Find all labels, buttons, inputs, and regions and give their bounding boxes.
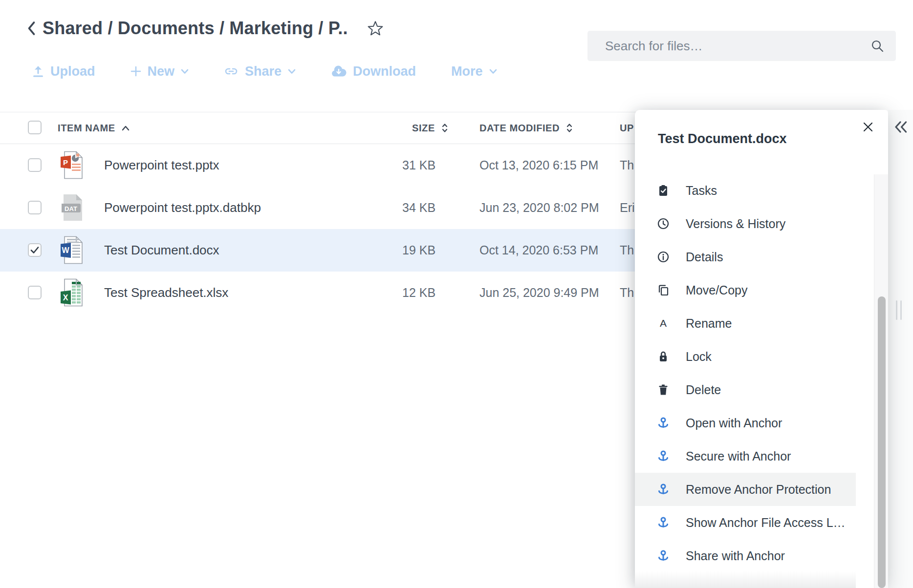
file-size: 19 KB xyxy=(402,229,435,272)
anchor-icon xyxy=(657,450,670,462)
cloud-download-icon xyxy=(331,65,347,77)
toolbar: Upload New Share Download More xyxy=(32,61,497,82)
menu-item-tasks[interactable]: Tasks xyxy=(635,174,856,207)
chevron-down-icon xyxy=(181,69,189,74)
menu-item-label: Share with Anchor xyxy=(686,549,785,563)
close-icon xyxy=(863,122,873,132)
row-checkbox[interactable] xyxy=(28,286,42,299)
word-file-icon: W xyxy=(60,236,83,266)
column-header-date-modified[interactable]: DATE MODIFIED xyxy=(479,112,573,144)
panel-scrollbar-thumb[interactable] xyxy=(878,296,886,588)
breadcrumb: Shared / Documents / Marketing / P.. xyxy=(27,17,384,40)
excel-file-icon: X xyxy=(60,278,83,309)
menu-item-share-with-anchor[interactable]: Share with Anchor xyxy=(635,539,856,572)
breadcrumb-path[interactable]: Shared / Documents / Marketing / P.. xyxy=(43,18,348,39)
menu-item-versions-history[interactable]: Versions & History xyxy=(635,207,856,240)
menu-item-open-with-anchor[interactable]: Open with Anchor xyxy=(635,406,856,440)
column-header-item-name[interactable]: ITEM NAME xyxy=(58,112,130,144)
file-date-modified: Oct 14, 2020 6:53 PM xyxy=(479,229,598,272)
file-size: 31 KB xyxy=(402,144,435,187)
menu-item-move-copy[interactable]: Move/Copy xyxy=(635,273,856,307)
menu-item-label: Remove Anchor Protection xyxy=(686,483,831,497)
menu-item-label: Move/Copy xyxy=(686,283,747,297)
copy-icon xyxy=(657,284,670,296)
file-updated-by: Eri xyxy=(620,187,635,229)
file-updated-by: Th xyxy=(620,272,634,314)
sort-both-icon xyxy=(565,122,573,134)
new-button[interactable]: New xyxy=(130,64,189,79)
panel-title: Test Document.docx xyxy=(658,131,787,147)
clock-icon xyxy=(657,217,670,230)
search-icon[interactable] xyxy=(870,39,884,53)
menu-item-label: Delete xyxy=(686,383,721,397)
row-checkbox-checked[interactable] xyxy=(28,243,42,257)
menu-item-details[interactable]: Details xyxy=(635,240,856,273)
svg-text:W: W xyxy=(62,246,69,254)
size-header-label: SIZE xyxy=(412,112,435,144)
star-icon xyxy=(367,20,384,37)
chevron-down-icon xyxy=(489,69,497,74)
file-browser-app: Shared / Documents / Marketing / P.. Upl… xyxy=(0,0,913,588)
close-panel-button[interactable] xyxy=(862,121,874,133)
download-button[interactable]: Download xyxy=(331,64,416,79)
search-input[interactable] xyxy=(604,38,870,54)
favorite-star-button[interactable] xyxy=(367,20,384,37)
file-name-link[interactable]: Test Document.docx xyxy=(104,229,219,272)
more-button[interactable]: More xyxy=(451,64,497,79)
panel-resize-handle[interactable] xyxy=(896,300,902,320)
menu-item-secure-with-anchor[interactable]: Secure with Anchor xyxy=(635,440,856,473)
row-checkbox[interactable] xyxy=(28,158,42,172)
file-updated-by: Th xyxy=(620,144,634,187)
upload-button[interactable]: Upload xyxy=(32,64,95,79)
file-name-link[interactable]: Test Spreadsheet.xlsx xyxy=(104,272,228,314)
updated-by-header-label: UP xyxy=(620,112,634,144)
menu-item-label: Tasks xyxy=(686,184,717,198)
powerpoint-file-icon: P xyxy=(60,151,83,181)
context-menu: Tasks Versions & History Details Move/Co… xyxy=(635,174,856,572)
panel-side-strip xyxy=(888,110,913,588)
file-size: 12 KB xyxy=(402,272,435,314)
chevron-left-icon xyxy=(27,21,36,36)
file-name-link[interactable]: Powerpoint test.pptx.datbkp xyxy=(104,187,261,229)
svg-text:P: P xyxy=(63,158,68,167)
svg-text:A: A xyxy=(660,317,667,329)
download-label: Download xyxy=(353,64,416,79)
menu-item-rename[interactable]: A Rename xyxy=(635,307,856,340)
column-header-size[interactable]: SIZE xyxy=(412,112,449,144)
file-updated-by: Th xyxy=(620,229,634,272)
menu-item-label: Open with Anchor xyxy=(686,416,782,430)
menu-item-label: Secure with Anchor xyxy=(686,449,791,463)
lock-icon xyxy=(657,350,670,363)
upload-icon xyxy=(32,65,44,78)
item-name-header-label: ITEM NAME xyxy=(58,112,115,144)
panel-bottom-fade xyxy=(635,571,856,588)
menu-item-label: Versions & History xyxy=(686,217,785,231)
menu-item-remove-anchor-protection[interactable]: Remove Anchor Protection xyxy=(635,473,856,506)
menu-item-label: Details xyxy=(686,250,723,264)
info-icon xyxy=(657,251,670,263)
chevron-down-icon xyxy=(288,69,296,74)
file-date-modified: Oct 13, 2020 6:15 PM xyxy=(479,144,598,187)
menu-item-delete[interactable]: Delete xyxy=(635,373,856,406)
file-date-modified: Jun 23, 2020 8:02 PM xyxy=(479,187,599,229)
menu-item-lock[interactable]: Lock xyxy=(635,340,856,373)
collapse-panel-button[interactable] xyxy=(894,121,908,133)
check-icon xyxy=(30,246,40,254)
file-name-link[interactable]: Powerpoint test.pptx xyxy=(104,144,219,187)
dat-backup-file-icon: DAT xyxy=(60,193,83,224)
anchor-icon xyxy=(657,417,670,429)
share-button[interactable]: Share xyxy=(224,64,296,79)
menu-item-label: Rename xyxy=(686,316,732,331)
link-icon xyxy=(224,65,239,78)
date-modified-header-label: DATE MODIFIED xyxy=(479,112,560,144)
menu-item-label: Lock xyxy=(686,350,712,364)
new-label: New xyxy=(148,64,175,79)
anchor-icon xyxy=(657,516,670,529)
row-checkbox[interactable] xyxy=(28,201,42,214)
file-date-modified: Jun 25, 2020 9:49 PM xyxy=(479,272,599,314)
select-all-checkbox[interactable] xyxy=(28,121,42,134)
menu-item-show-anchor-file-access-log[interactable]: Show Anchor File Access L… xyxy=(635,506,856,539)
svg-text:DAT: DAT xyxy=(65,205,77,212)
back-button[interactable] xyxy=(27,21,36,36)
column-header-updated-by[interactable]: UP xyxy=(620,112,634,144)
